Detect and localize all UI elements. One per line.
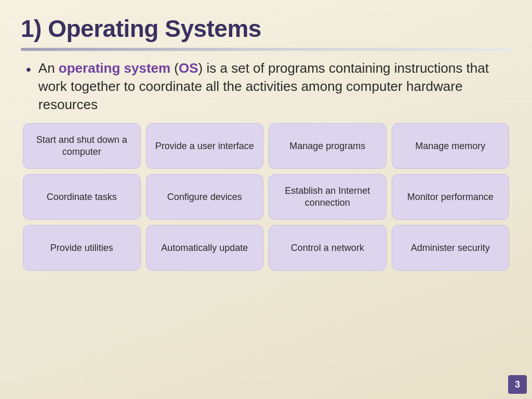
card-manage-memory: Manage memory: [392, 123, 510, 169]
card-auto-update: Automatically update: [146, 225, 264, 271]
card-start-shutdown: Start and shut down a computer: [23, 123, 141, 169]
highlight-operating-system: operating system: [59, 60, 170, 76]
bullet-text: An operating system (OS) is a set of pro…: [38, 59, 511, 114]
card-monitor-performance: Monitor performance: [392, 174, 510, 220]
card-control-network: Control a network: [269, 225, 387, 271]
card-administer-security: Administer security: [392, 225, 510, 271]
card-manage-programs: Manage programs: [269, 123, 387, 169]
highlight-os: OS: [179, 60, 198, 76]
card-user-interface: Provide a user interface: [146, 123, 264, 169]
bullet-section: • An operating system (OS) is a set of p…: [21, 59, 511, 114]
slide-title: 1) Operating Systems: [21, 15, 511, 43]
slide: 1) Operating Systems • An operating syst…: [0, 0, 532, 399]
card-coordinate-tasks: Coordinate tasks: [23, 174, 141, 220]
os-functions-grid: Start and shut down a computer Provide a…: [21, 123, 511, 271]
card-provide-utilities: Provide utilities: [23, 225, 141, 271]
divider-bar: [21, 48, 511, 51]
card-internet-connection: Establish an Internet connection: [269, 174, 387, 220]
bullet-dot: •: [26, 60, 31, 79]
page-number: 3: [508, 375, 527, 394]
card-configure-devices: Configure devices: [146, 174, 264, 220]
